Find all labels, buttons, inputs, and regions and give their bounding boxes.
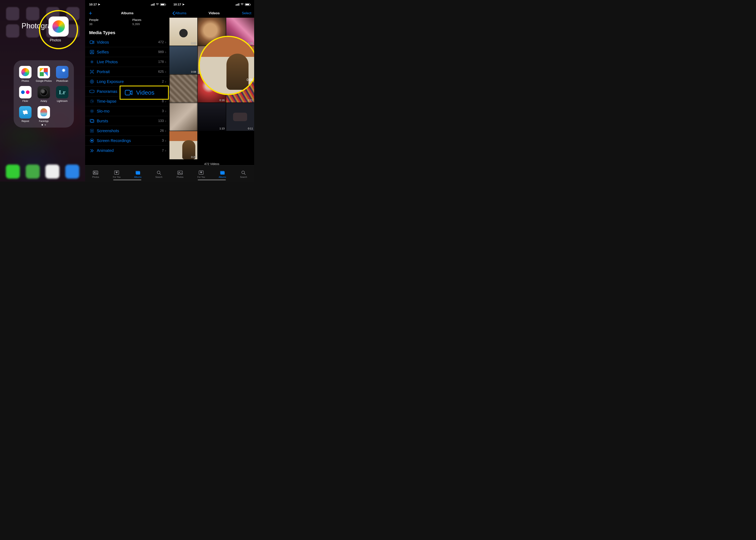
row-count: 178 bbox=[158, 60, 164, 64]
app-faceapp[interactable]: FaceApp bbox=[36, 106, 52, 123]
app-lightroom[interactable]: LrLightroom bbox=[55, 86, 69, 102]
chevron-right-icon: › bbox=[165, 119, 166, 123]
svg-line-27 bbox=[160, 173, 161, 175]
photos-app-label-large: Photos bbox=[50, 38, 61, 42]
photos-app-icon-large bbox=[49, 17, 69, 37]
svg-point-5 bbox=[91, 61, 93, 63]
svg-point-8 bbox=[91, 81, 93, 82]
row-screen-recordings[interactable]: Screen Recordings3› bbox=[85, 136, 169, 146]
tab-photos[interactable]: Photos bbox=[169, 165, 191, 182]
row-label: Screenshots bbox=[97, 129, 160, 133]
app-photos[interactable]: Photos bbox=[19, 66, 32, 82]
repost-icon bbox=[19, 106, 32, 118]
svg-point-9 bbox=[90, 80, 94, 83]
location-icon: ➤ bbox=[182, 3, 185, 6]
chevron-right-icon: › bbox=[165, 79, 166, 84]
people-count: 38 bbox=[89, 22, 99, 26]
signal-icon bbox=[151, 3, 155, 6]
add-button[interactable]: + bbox=[89, 10, 92, 16]
panel-videos: 10:17 ➤ Albums Videos Select 0:260:090:0… bbox=[169, 0, 254, 182]
video-thumb[interactable]: 0:26 bbox=[169, 18, 197, 46]
row-live-photos[interactable]: Live Photos178› bbox=[85, 57, 169, 67]
page-dots bbox=[19, 124, 69, 126]
flickr-icon bbox=[19, 86, 32, 98]
video-thumb[interactable]: 0:11 bbox=[226, 103, 254, 131]
row-long-exposure[interactable]: Long Exposure2› bbox=[85, 77, 169, 86]
svg-point-12 bbox=[91, 110, 93, 112]
row-bursts[interactable]: Bursts133› bbox=[85, 116, 169, 126]
row-icon bbox=[89, 40, 95, 44]
app-flickr[interactable]: Flickr bbox=[19, 86, 32, 102]
video-thumb[interactable]: 0:20 bbox=[169, 131, 197, 159]
places-count: 9,399 bbox=[132, 22, 141, 26]
chevron-left-icon bbox=[172, 11, 175, 15]
places-label: Places bbox=[132, 18, 141, 22]
chevron-right-icon: › bbox=[165, 139, 166, 143]
tab-albums[interactable]: Albums bbox=[212, 165, 233, 182]
chevron-right-icon: › bbox=[165, 60, 166, 64]
row-animated[interactable]: Animated7› bbox=[85, 146, 169, 156]
nav-title: Videos bbox=[209, 11, 220, 15]
svg-point-19 bbox=[91, 140, 93, 141]
svg-point-17 bbox=[91, 130, 92, 132]
select-button[interactable]: Select bbox=[242, 11, 251, 15]
callout-circle-thumb: 0:09 bbox=[198, 36, 254, 95]
row-count: 989 bbox=[158, 50, 164, 54]
row-count: 8 bbox=[162, 99, 164, 103]
callout-box-videos: Videos bbox=[120, 85, 169, 100]
status-bar: 10:17 ➤ bbox=[169, 0, 254, 9]
svg-rect-2 bbox=[90, 41, 93, 44]
tab-photos[interactable]: Photos bbox=[85, 165, 106, 182]
row-label: Live Photos bbox=[97, 60, 158, 64]
photoscan-icon bbox=[56, 66, 68, 78]
app-aviary[interactable]: Aviary bbox=[36, 86, 52, 102]
tab-search[interactable]: Search bbox=[233, 165, 254, 182]
video-thumb[interactable]: 0:08 bbox=[169, 46, 197, 74]
photos-flower-icon bbox=[51, 19, 66, 34]
home-indicator[interactable] bbox=[198, 180, 226, 181]
video-thumb[interactable]: 1:13 bbox=[198, 103, 226, 131]
row-portrait[interactable]: Portrait625› bbox=[85, 67, 169, 77]
lightroom-icon: Lr bbox=[56, 86, 68, 98]
video-icon bbox=[125, 89, 133, 96]
row-count: 2 bbox=[162, 79, 164, 83]
row-selfies[interactable]: Selfies989› bbox=[85, 47, 169, 57]
dock bbox=[0, 162, 85, 182]
svg-rect-7 bbox=[91, 71, 93, 72]
svg-rect-3 bbox=[90, 50, 94, 54]
app-photoscan[interactable]: PhotoScan bbox=[55, 66, 69, 82]
row-icon bbox=[89, 129, 95, 133]
aviary-icon bbox=[38, 86, 50, 98]
signal-icon bbox=[236, 3, 239, 6]
chevron-right-icon: › bbox=[165, 70, 166, 74]
chevron-right-icon: › bbox=[165, 148, 166, 153]
duration-label: 0:11 bbox=[248, 127, 253, 130]
row-slo-mo[interactable]: Slo-mo3› bbox=[85, 106, 169, 116]
app-gphotos[interactable]: Google Photos bbox=[36, 66, 52, 82]
row-icon bbox=[89, 148, 95, 153]
duration-label: 0:20 bbox=[191, 156, 196, 159]
tab-foryou[interactable]: For You bbox=[191, 165, 212, 182]
row-icon bbox=[89, 138, 95, 143]
back-button[interactable]: Albums bbox=[172, 11, 186, 15]
row-videos[interactable]: Videos472› bbox=[85, 37, 169, 47]
svg-point-6 bbox=[90, 60, 94, 64]
app-repost[interactable]: Repost bbox=[19, 106, 32, 123]
tab-albums[interactable]: Albums bbox=[127, 165, 148, 182]
row-icon bbox=[89, 99, 95, 103]
nav-bar-videos: Albums Videos Select bbox=[169, 9, 254, 18]
row-count: 625 bbox=[158, 70, 164, 74]
battery-icon bbox=[160, 3, 165, 6]
svg-rect-16 bbox=[90, 129, 94, 132]
tab-foryou[interactable]: For You bbox=[106, 165, 127, 182]
row-icon bbox=[89, 79, 95, 84]
video-thumb[interactable] bbox=[169, 103, 197, 131]
callout-label: Videos bbox=[136, 89, 155, 96]
tab-search[interactable]: Search bbox=[148, 165, 169, 182]
video-thumb[interactable] bbox=[169, 74, 197, 102]
row-screenshots[interactable]: Screenshots26› bbox=[85, 126, 169, 136]
home-indicator[interactable] bbox=[113, 180, 141, 181]
duration-label: 0:16 bbox=[219, 99, 224, 102]
chevron-right-icon: › bbox=[165, 40, 166, 45]
wifi-icon bbox=[241, 3, 244, 6]
